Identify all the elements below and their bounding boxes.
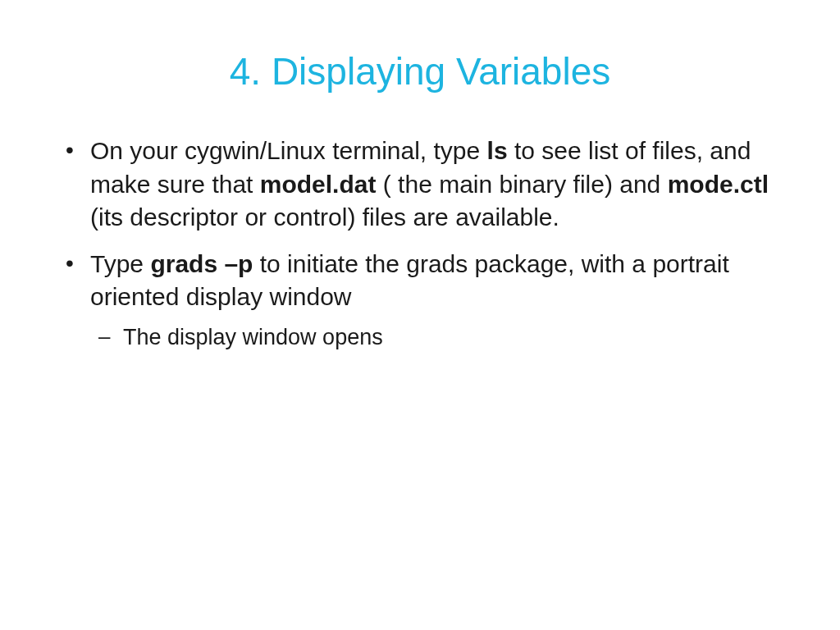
sub-bullet-list: The display window opens: [90, 322, 783, 352]
slide-title: 4. Displaying Variables: [57, 49, 783, 94]
bullet-item-2: Type grads –p to initiate the grads pack…: [90, 248, 783, 352]
main-bullet-list: On your cygwin/Linux terminal, type ls t…: [57, 135, 783, 352]
slide-content: On your cygwin/Linux terminal, type ls t…: [57, 135, 783, 352]
text-segment: Type: [90, 250, 150, 277]
text-segment: ( the main binary file) and: [376, 171, 667, 198]
bold-ls: ls: [487, 137, 508, 164]
bold-mode-ctl: mode.ctl: [668, 171, 769, 198]
text-segment: (its descriptor or control) files are av…: [90, 203, 559, 231]
sub-bullet-item-1: The display window opens: [123, 322, 783, 352]
bold-model-dat: model.dat: [260, 171, 377, 198]
text-segment: On your cygwin/Linux terminal, type: [90, 137, 487, 164]
bold-grads-p: grads –p: [150, 250, 253, 277]
bullet-item-1: On your cygwin/Linux terminal, type ls t…: [90, 135, 783, 235]
